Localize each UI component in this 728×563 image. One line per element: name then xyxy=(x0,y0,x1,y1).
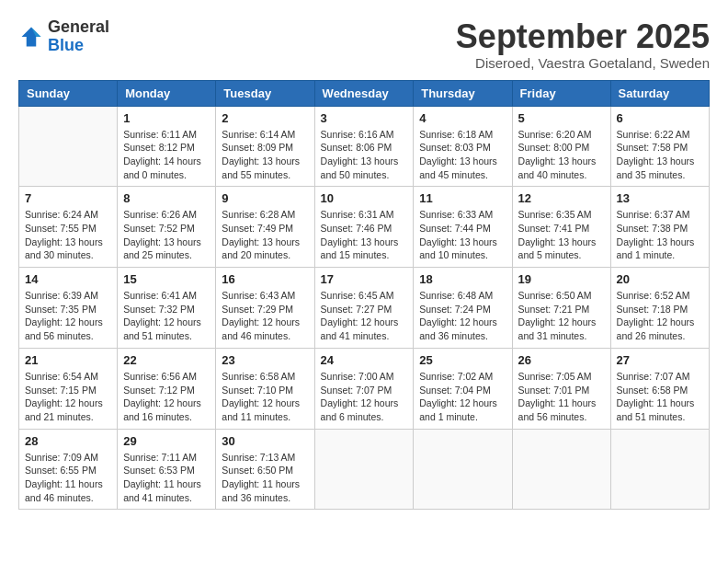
weekday-header-sunday: Sunday xyxy=(19,80,118,106)
day-info: Sunrise: 7:05 AMSunset: 7:01 PMDaylight:… xyxy=(518,370,605,424)
weekday-header-saturday: Saturday xyxy=(610,80,709,106)
day-number: 16 xyxy=(222,272,308,286)
day-info: Sunrise: 6:33 AMSunset: 7:44 PMDaylight:… xyxy=(419,208,506,262)
location: Diseroed, Vaestra Goetaland, Sweden xyxy=(456,55,710,71)
weekday-header-tuesday: Tuesday xyxy=(216,80,314,106)
week-row-3: 14Sunrise: 6:39 AMSunset: 7:35 PMDayligh… xyxy=(19,268,710,349)
day-info: Sunrise: 6:43 AMSunset: 7:29 PMDaylight:… xyxy=(222,289,308,343)
day-info: Sunrise: 6:26 AMSunset: 7:52 PMDaylight:… xyxy=(123,208,210,262)
day-info: Sunrise: 6:28 AMSunset: 7:49 PMDaylight:… xyxy=(222,208,308,262)
day-number: 18 xyxy=(419,272,506,286)
calendar-cell: 18Sunrise: 6:48 AMSunset: 7:24 PMDayligh… xyxy=(414,268,512,349)
day-number: 14 xyxy=(25,272,111,286)
calendar-cell xyxy=(19,106,118,187)
title-block: September 2025 Diseroed, Vaestra Goetala… xyxy=(456,18,710,71)
day-info: Sunrise: 6:35 AMSunset: 7:41 PMDaylight:… xyxy=(518,208,605,262)
day-number: 17 xyxy=(321,272,408,286)
calendar-cell: 1Sunrise: 6:11 AMSunset: 8:12 PMDaylight… xyxy=(118,106,216,187)
weekday-header-row: SundayMondayTuesdayWednesdayThursdayFrid… xyxy=(19,80,710,106)
day-number: 11 xyxy=(419,191,506,205)
logo: General Blue xyxy=(18,18,109,55)
day-number: 8 xyxy=(123,191,210,205)
day-number: 23 xyxy=(222,353,308,367)
calendar-cell: 12Sunrise: 6:35 AMSunset: 7:41 PMDayligh… xyxy=(512,187,610,268)
day-info: Sunrise: 6:48 AMSunset: 7:24 PMDaylight:… xyxy=(419,289,506,343)
calendar-cell: 13Sunrise: 6:37 AMSunset: 7:38 PMDayligh… xyxy=(610,187,709,268)
day-info: Sunrise: 6:39 AMSunset: 7:35 PMDaylight:… xyxy=(25,289,111,343)
calendar-cell: 15Sunrise: 6:41 AMSunset: 7:32 PMDayligh… xyxy=(118,268,216,349)
weekday-header-monday: Monday xyxy=(118,80,216,106)
day-info: Sunrise: 6:56 AMSunset: 7:12 PMDaylight:… xyxy=(123,370,210,424)
weekday-header-thursday: Thursday xyxy=(414,80,512,106)
day-number: 28 xyxy=(25,434,111,448)
day-number: 20 xyxy=(617,272,703,286)
day-number: 7 xyxy=(25,191,111,205)
day-info: Sunrise: 6:41 AMSunset: 7:32 PMDaylight:… xyxy=(123,289,210,343)
day-number: 2 xyxy=(222,111,308,125)
day-info: Sunrise: 6:14 AMSunset: 8:09 PMDaylight:… xyxy=(222,128,308,182)
calendar-cell: 26Sunrise: 7:05 AMSunset: 7:01 PMDayligh… xyxy=(512,348,610,429)
calendar-cell: 14Sunrise: 6:39 AMSunset: 7:35 PMDayligh… xyxy=(19,268,118,349)
calendar-cell: 10Sunrise: 6:31 AMSunset: 7:46 PMDayligh… xyxy=(314,187,414,268)
calendar-cell xyxy=(610,429,709,510)
day-info: Sunrise: 7:11 AMSunset: 6:53 PMDaylight:… xyxy=(123,451,210,505)
day-info: Sunrise: 6:11 AMSunset: 8:12 PMDaylight:… xyxy=(123,128,210,182)
day-info: Sunrise: 6:37 AMSunset: 7:38 PMDaylight:… xyxy=(617,208,703,262)
calendar-cell: 4Sunrise: 6:18 AMSunset: 8:03 PMDaylight… xyxy=(414,106,512,187)
weekday-header-wednesday: Wednesday xyxy=(314,80,414,106)
calendar-cell: 7Sunrise: 6:24 AMSunset: 7:55 PMDaylight… xyxy=(19,187,118,268)
calendar-cell: 5Sunrise: 6:20 AMSunset: 8:00 PMDaylight… xyxy=(512,106,610,187)
month-title: September 2025 xyxy=(456,18,710,55)
day-number: 12 xyxy=(518,191,605,205)
week-row-2: 7Sunrise: 6:24 AMSunset: 7:55 PMDaylight… xyxy=(19,187,710,268)
day-info: Sunrise: 6:31 AMSunset: 7:46 PMDaylight:… xyxy=(321,208,408,262)
day-number: 24 xyxy=(321,353,408,367)
day-number: 19 xyxy=(518,272,605,286)
logo-text: General Blue xyxy=(48,18,109,55)
logo-line1: General xyxy=(48,18,109,37)
calendar-cell: 3Sunrise: 6:16 AMSunset: 8:06 PMDaylight… xyxy=(314,106,414,187)
calendar-cell: 8Sunrise: 6:26 AMSunset: 7:52 PMDaylight… xyxy=(118,187,216,268)
page-header: General Blue September 2025 Diseroed, Va… xyxy=(18,18,710,71)
calendar-cell: 22Sunrise: 6:56 AMSunset: 7:12 PMDayligh… xyxy=(118,348,216,429)
day-info: Sunrise: 6:20 AMSunset: 8:00 PMDaylight:… xyxy=(518,128,605,182)
day-number: 3 xyxy=(321,111,408,125)
day-number: 4 xyxy=(419,111,506,125)
day-number: 5 xyxy=(518,111,605,125)
day-number: 29 xyxy=(123,434,210,448)
day-info: Sunrise: 7:09 AMSunset: 6:55 PMDaylight:… xyxy=(25,451,111,505)
calendar-cell: 27Sunrise: 7:07 AMSunset: 6:58 PMDayligh… xyxy=(610,348,709,429)
calendar-cell xyxy=(414,429,512,510)
calendar-cell: 21Sunrise: 6:54 AMSunset: 7:15 PMDayligh… xyxy=(19,348,118,429)
calendar-cell: 16Sunrise: 6:43 AMSunset: 7:29 PMDayligh… xyxy=(216,268,314,349)
day-number: 1 xyxy=(123,111,210,125)
day-info: Sunrise: 7:00 AMSunset: 7:07 PMDaylight:… xyxy=(321,370,408,424)
calendar-cell: 6Sunrise: 6:22 AMSunset: 7:58 PMDaylight… xyxy=(610,106,709,187)
calendar-cell: 2Sunrise: 6:14 AMSunset: 8:09 PMDaylight… xyxy=(216,106,314,187)
logo-line2: Blue xyxy=(48,37,109,55)
day-info: Sunrise: 6:18 AMSunset: 8:03 PMDaylight:… xyxy=(419,128,506,182)
day-number: 15 xyxy=(123,272,210,286)
day-number: 6 xyxy=(617,111,703,125)
day-info: Sunrise: 7:02 AMSunset: 7:04 PMDaylight:… xyxy=(419,370,506,424)
day-info: Sunrise: 6:52 AMSunset: 7:18 PMDaylight:… xyxy=(617,289,703,343)
calendar-cell: 17Sunrise: 6:45 AMSunset: 7:27 PMDayligh… xyxy=(314,268,414,349)
day-info: Sunrise: 6:58 AMSunset: 7:10 PMDaylight:… xyxy=(222,370,308,424)
week-row-4: 21Sunrise: 6:54 AMSunset: 7:15 PMDayligh… xyxy=(19,348,710,429)
calendar-cell: 24Sunrise: 7:00 AMSunset: 7:07 PMDayligh… xyxy=(314,348,414,429)
day-number: 27 xyxy=(617,353,703,367)
day-number: 30 xyxy=(222,434,308,448)
calendar-cell: 20Sunrise: 6:52 AMSunset: 7:18 PMDayligh… xyxy=(610,268,709,349)
day-info: Sunrise: 6:45 AMSunset: 7:27 PMDaylight:… xyxy=(321,289,408,343)
day-info: Sunrise: 7:13 AMSunset: 6:50 PMDaylight:… xyxy=(222,451,308,505)
calendar-cell: 29Sunrise: 7:11 AMSunset: 6:53 PMDayligh… xyxy=(118,429,216,510)
day-info: Sunrise: 6:22 AMSunset: 7:58 PMDaylight:… xyxy=(617,128,703,182)
day-info: Sunrise: 6:54 AMSunset: 7:15 PMDaylight:… xyxy=(25,370,111,424)
day-number: 10 xyxy=(321,191,408,205)
calendar-cell: 23Sunrise: 6:58 AMSunset: 7:10 PMDayligh… xyxy=(216,348,314,429)
calendar-cell: 9Sunrise: 6:28 AMSunset: 7:49 PMDaylight… xyxy=(216,187,314,268)
weekday-header-friday: Friday xyxy=(512,80,610,106)
week-row-5: 28Sunrise: 7:09 AMSunset: 6:55 PMDayligh… xyxy=(19,429,710,510)
calendar-table: SundayMondayTuesdayWednesdayThursdayFrid… xyxy=(18,80,710,511)
day-info: Sunrise: 6:50 AMSunset: 7:21 PMDaylight:… xyxy=(518,289,605,343)
